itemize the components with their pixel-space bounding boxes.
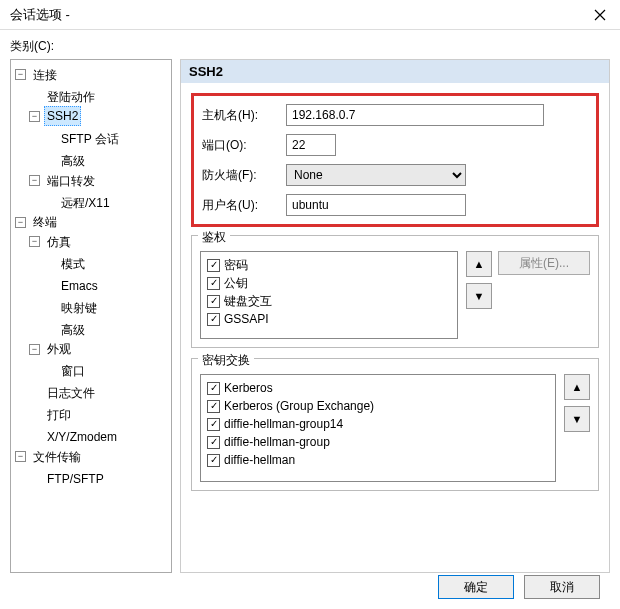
tree-item-remote[interactable]: 远程/X11 [43, 194, 113, 212]
attributes-button[interactable]: 属性(E)... [498, 251, 590, 275]
check-icon: ✓ [207, 436, 220, 449]
triangle-down-icon: ▼ [572, 413, 583, 425]
tree-item-portfwd[interactable]: −端口转发 [29, 172, 98, 190]
kex-item[interactable]: ✓diffie-hellman-group14 [207, 415, 549, 433]
collapse-icon[interactable]: − [29, 236, 40, 247]
dialog-title: 会话选项 - [10, 6, 70, 24]
tree-item-ftpsftp[interactable]: FTP/SFTP [29, 470, 107, 488]
host-label: 主机名(H): [202, 107, 276, 124]
tree-item-mapkeys[interactable]: 映射键 [43, 299, 100, 317]
cancel-button[interactable]: 取消 [524, 575, 600, 599]
user-label: 用户名(U): [202, 197, 276, 214]
check-icon: ✓ [207, 454, 220, 467]
firewall-label: 防火墙(F): [202, 167, 276, 184]
check-icon: ✓ [207, 313, 220, 326]
tree-item-appearance[interactable]: −外观 [29, 340, 74, 358]
triangle-down-icon: ▼ [474, 290, 485, 302]
tree-item-window[interactable]: 窗口 [43, 362, 88, 380]
collapse-icon[interactable]: − [29, 111, 40, 122]
triangle-up-icon: ▲ [572, 381, 583, 393]
auth-move-down[interactable]: ▼ [466, 283, 492, 309]
auth-item-password[interactable]: ✓密码 [207, 256, 451, 274]
collapse-icon[interactable]: − [29, 175, 40, 186]
close-icon [594, 9, 606, 21]
kex-move-up[interactable]: ▲ [564, 374, 590, 400]
auth-item-keyboard[interactable]: ✓键盘交互 [207, 292, 451, 310]
tree-item-emacs[interactable]: Emacs [43, 277, 101, 295]
check-icon: ✓ [207, 382, 220, 395]
triangle-up-icon: ▲ [474, 258, 485, 270]
tree-item-print[interactable]: 打印 [29, 406, 74, 424]
close-button[interactable] [590, 5, 610, 25]
auth-group: 鉴权 ✓密码 ✓公钥 ✓键盘交互 ✓GSSAPI ▲ [191, 235, 599, 348]
tree-item-emulation[interactable]: −仿真 [29, 233, 74, 251]
tree-item-ssh2[interactable]: −SSH2 [29, 106, 81, 126]
collapse-icon[interactable]: − [15, 69, 26, 80]
user-input[interactable] [286, 194, 466, 216]
auth-item-gssapi[interactable]: ✓GSSAPI [207, 310, 451, 328]
tree-item-filetransfer[interactable]: −文件传输 [15, 448, 84, 466]
collapse-icon[interactable]: − [29, 344, 40, 355]
check-icon: ✓ [207, 295, 220, 308]
firewall-select[interactable]: None [286, 164, 466, 186]
tree-item-mode[interactable]: 模式 [43, 255, 88, 273]
kex-item[interactable]: ✓Kerberos [207, 379, 549, 397]
tree-item-login[interactable]: 登陆动作 [29, 88, 98, 106]
collapse-icon[interactable]: − [15, 217, 26, 228]
category-tree[interactable]: −连接 登陆动作 −SSH2 SFTP 会话 高级 −端口转发 [10, 59, 172, 573]
tree-item-terminal[interactable]: −终端 [15, 213, 60, 231]
category-label: 类别(C): [10, 38, 610, 55]
kex-item[interactable]: ✓diffie-hellman [207, 451, 549, 469]
tree-item-sftp[interactable]: SFTP 会话 [43, 130, 122, 148]
tree-item-connection[interactable]: −连接 [15, 66, 60, 84]
kex-legend: 密钥交换 [198, 352, 254, 369]
check-icon: ✓ [207, 418, 220, 431]
auth-legend: 鉴权 [198, 229, 230, 246]
tree-item-logfile[interactable]: 日志文件 [29, 384, 98, 402]
tree-item-advanced[interactable]: 高级 [43, 152, 88, 170]
kex-move-down[interactable]: ▼ [564, 406, 590, 432]
check-icon: ✓ [207, 259, 220, 272]
auth-listbox[interactable]: ✓密码 ✓公钥 ✓键盘交互 ✓GSSAPI [200, 251, 458, 339]
connection-group: 主机名(H): 端口(O): 防火墙(F): None 用户名( [191, 93, 599, 227]
check-icon: ✓ [207, 400, 220, 413]
panel-title: SSH2 [180, 59, 610, 83]
ok-button[interactable]: 确定 [438, 575, 514, 599]
kex-item[interactable]: ✓Kerberos (Group Exchange) [207, 397, 549, 415]
kex-listbox[interactable]: ✓Kerberos ✓Kerberos (Group Exchange) ✓di… [200, 374, 556, 482]
collapse-icon[interactable]: − [15, 451, 26, 462]
kex-group: 密钥交换 ✓Kerberos ✓Kerberos (Group Exchange… [191, 358, 599, 491]
host-input[interactable] [286, 104, 544, 126]
tree-item-advanced2[interactable]: 高级 [43, 321, 88, 339]
dialog-footer: 确定 取消 [10, 565, 610, 609]
port-input[interactable] [286, 134, 336, 156]
check-icon: ✓ [207, 277, 220, 290]
auth-item-publickey[interactable]: ✓公钥 [207, 274, 451, 292]
port-label: 端口(O): [202, 137, 276, 154]
titlebar: 会话选项 - [0, 0, 620, 30]
tree-item-zmodem[interactable]: X/Y/Zmodem [29, 428, 120, 446]
auth-move-up[interactable]: ▲ [466, 251, 492, 277]
kex-item[interactable]: ✓diffie-hellman-group [207, 433, 549, 451]
